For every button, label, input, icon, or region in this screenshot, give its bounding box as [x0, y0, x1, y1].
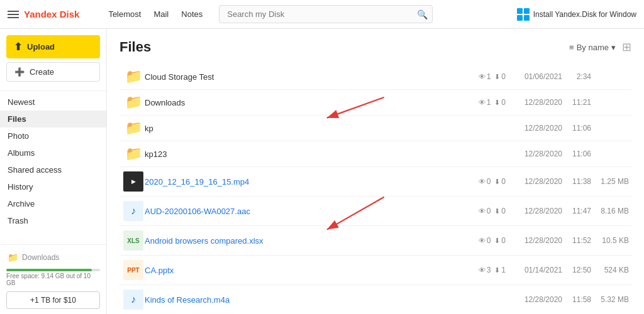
file-date: 12/28/2020: [506, 177, 562, 186]
file-time: 12:50: [562, 266, 591, 274]
file-name: kp: [145, 124, 449, 133]
create-button[interactable]: ➕ Create: [6, 62, 100, 82]
file-date: 01/14/2021: [506, 266, 562, 274]
page-title: Files: [119, 39, 151, 55]
logo-text: Yandex Disk: [24, 9, 79, 19]
file-time: 11:52: [562, 236, 591, 245]
sidebar-item-archive[interactable]: Archive: [0, 195, 106, 212]
file-size: 10.5 KB: [591, 236, 629, 245]
file-icon: XLS: [122, 230, 145, 251]
views-count: 👁 1: [479, 72, 491, 81]
grid-view-button[interactable]: ⊞: [622, 40, 631, 54]
sidebar-item-trash[interactable]: Trash: [0, 212, 106, 229]
file-date: 12/28/2020: [506, 149, 562, 158]
content-header: Files ≡ By name ▾ ⊞: [119, 39, 631, 55]
sidebar-bottom: 📁 Downloads Free space: 9.14 GB out of 1…: [0, 244, 106, 314]
pinned-folder[interactable]: 📁 Downloads: [6, 250, 100, 265]
table-row[interactable]: XLS Android browsers compared.xlsx 👁 0 ⬇…: [119, 226, 631, 256]
file-time: 11:06: [562, 124, 591, 133]
main-layout: ⬆ Upload ➕ Create NewestFilesPhotoAlbums…: [0, 29, 644, 314]
download-icon: ⬇: [494, 99, 500, 107]
file-size: 1.25 MB: [591, 177, 629, 186]
file-time: 11:06: [562, 149, 591, 158]
sidebar-item-files[interactable]: Files: [0, 111, 106, 127]
upgrade-button[interactable]: +1 TB for $10: [6, 291, 100, 309]
file-date: 12/28/2020: [506, 295, 562, 304]
file-meta: 👁 0 ⬇ 0: [449, 207, 506, 215]
sidebar-divider: [0, 90, 106, 91]
file-date: 12/28/2020: [506, 98, 562, 107]
file-size: 5.32 MB: [591, 295, 629, 304]
table-row[interactable]: 📁 kp 12/28/2020 11:06: [119, 116, 631, 141]
views-count: 👁 1: [479, 98, 491, 107]
file-icon: 📁: [122, 94, 145, 111]
file-name: AUD-20200106-WA0027.aac: [145, 207, 449, 216]
eye-icon: 👁: [479, 73, 486, 80]
file-date: 12/28/2020: [506, 124, 562, 133]
nav-telemost[interactable]: Telemost: [108, 9, 141, 19]
table-row[interactable]: 📁 kp123 12/28/2020 11:06: [119, 141, 631, 167]
file-meta: 👁 0 ⬇ 0: [449, 177, 506, 186]
file-size: 524 KB: [591, 266, 629, 274]
file-name: Downloads: [145, 98, 449, 107]
table-row[interactable]: ♪ AUD-20200106-WA0027.aac 👁 0 ⬇ 0 12/28/…: [119, 197, 631, 226]
file-icon: ▶: [122, 171, 145, 192]
file-name: Kinds of Research.m4a: [145, 295, 449, 305]
sidebar-item-newest[interactable]: Newest: [0, 94, 106, 111]
mp4-thumb: ▶: [123, 171, 143, 192]
file-date: 01/06/2021: [506, 72, 562, 81]
table-row[interactable]: 📁 Downloads 👁 1 ⬇ 0 12/28/2020 11:21: [119, 90, 631, 116]
topnav: Yandex Disk Telemost Mail Notes 🔍 Instal…: [0, 0, 644, 29]
file-name: CA.pptx: [145, 266, 449, 275]
file-name: Cloud Storage Test: [145, 72, 449, 82]
create-label: Create: [30, 67, 54, 77]
table-row[interactable]: ▶ 2020_12_16_19_16_15.mp4 👁 0 ⬇ 0 12/28/…: [119, 167, 631, 197]
sidebar-item-history[interactable]: History: [0, 178, 106, 195]
search-input[interactable]: [219, 5, 433, 23]
upload-label: Upload: [27, 42, 55, 51]
table-row[interactable]: ♪ Kinds of Research.m4a 12/28/2020 11:58…: [119, 285, 631, 314]
views-count: 👁 0: [479, 207, 491, 215]
file-meta: 👁 1 ⬇ 0: [449, 72, 506, 81]
nav-mail[interactable]: Mail: [153, 9, 169, 19]
file-date: 12/28/2020: [506, 207, 562, 215]
view-controls: ≡ By name ▾ ⊞: [569, 40, 631, 54]
file-icon: 📁: [122, 68, 145, 85]
table-row[interactable]: PPT CA.pptx 👁 3 ⬇ 1 01/14/2021 12:50 524…: [119, 256, 631, 285]
install-label: Install Yandex.Disk for Window: [533, 10, 636, 19]
table-row[interactable]: 📁 Cloud Storage Test 👁 1 ⬇ 0 01/06/2021 …: [119, 64, 631, 90]
pinned-folder-icon: 📁: [8, 252, 18, 263]
folder-icon: 📁: [125, 94, 142, 111]
nav-notes[interactable]: Notes: [181, 9, 203, 19]
file-icon: ♪: [122, 290, 145, 310]
sidebar-item-albums[interactable]: Albums: [0, 144, 106, 161]
logo[interactable]: Yandex Disk: [24, 9, 79, 19]
install-button[interactable]: Install Yandex.Disk for Window: [517, 8, 636, 21]
eye-icon: 👁: [479, 266, 486, 274]
search-bar: 🔍: [219, 5, 433, 23]
topnav-right: Install Yandex.Disk for Window: [517, 8, 636, 21]
sort-button[interactable]: ≡ By name ▾: [569, 43, 616, 52]
storage-text: Free space: 9.14 GB out of 10 GB: [6, 273, 100, 286]
file-time: 11:58: [562, 295, 591, 304]
sidebar-item-shared[interactable]: Shared access: [0, 161, 106, 178]
download-icon: ⬇: [494, 207, 500, 215]
aac-thumb: ♪: [123, 201, 143, 221]
create-icon: ➕: [14, 67, 25, 77]
storage-bar-fill: [6, 269, 92, 271]
upload-button[interactable]: ⬆ Upload: [6, 35, 100, 58]
file-time: 2:34: [562, 72, 591, 81]
file-name: Android browsers compared.xlsx: [145, 236, 449, 246]
downloads-count: ⬇ 0: [494, 98, 506, 107]
pptx-thumb: PPT: [123, 260, 143, 280]
hamburger-icon[interactable]: [8, 11, 19, 18]
topnav-links: Telemost Mail Notes: [108, 9, 203, 19]
views-count: 👁 0: [479, 177, 491, 186]
folder-icon: 📁: [125, 68, 142, 85]
sidebar-item-photo[interactable]: Photo: [0, 127, 106, 144]
file-meta: 👁 1 ⬇ 0: [449, 98, 506, 107]
storage-bar-wrap: Free space: 9.14 GB out of 10 GB: [6, 269, 100, 286]
file-meta: 👁 0 ⬇ 0: [449, 236, 506, 245]
file-icon: ♪: [122, 201, 145, 221]
sort-chevron-icon: ▾: [611, 43, 616, 52]
